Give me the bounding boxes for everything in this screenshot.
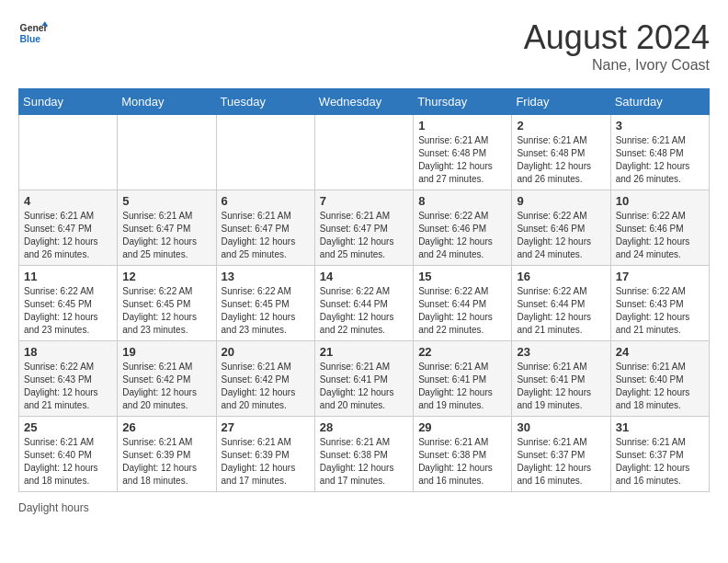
calendar-cell: 26Sunrise: 6:21 AM Sunset: 6:39 PM Dayli… [118,417,216,492]
calendar-cell: 19Sunrise: 6:21 AM Sunset: 6:42 PM Dayli… [118,341,216,417]
calendar-cell: 23Sunrise: 6:21 AM Sunset: 6:41 PM Dayli… [512,341,610,417]
calendar-cell: 20Sunrise: 6:21 AM Sunset: 6:42 PM Dayli… [216,341,314,417]
calendar-cell: 18Sunrise: 6:22 AM Sunset: 6:43 PM Dayli… [19,341,118,417]
calendar-cell: 21Sunrise: 6:21 AM Sunset: 6:41 PM Dayli… [314,341,413,417]
page-header: General Blue August 2024 Nane, Ivory Coa… [18,18,710,74]
day-number: 11 [24,270,112,283]
calendar-header-sunday: Sunday [19,89,118,115]
day-info: Sunrise: 6:21 AM Sunset: 6:39 PM Dayligh… [222,436,310,488]
day-number: 19 [122,345,210,359]
title-block: August 2024 Nane, Ivory Coast [524,18,710,74]
day-number: 12 [122,270,210,283]
day-info: Sunrise: 6:21 AM Sunset: 6:47 PM Dayligh… [24,210,112,261]
calendar-cell [314,115,413,190]
calendar-header-monday: Monday [118,89,216,115]
footer: Daylight hours [18,501,710,514]
calendar-header-wednesday: Wednesday [314,89,413,115]
day-number: 15 [418,270,506,283]
day-number: 8 [418,194,506,208]
day-number: 18 [24,345,112,359]
calendar-cell: 15Sunrise: 6:22 AM Sunset: 6:44 PM Dayli… [414,266,512,341]
day-info: Sunrise: 6:22 AM Sunset: 6:44 PM Dayligh… [418,285,506,337]
day-info: Sunrise: 6:22 AM Sunset: 6:43 PM Dayligh… [24,361,112,412]
day-number: 26 [122,420,210,434]
calendar-cell: 29Sunrise: 6:21 AM Sunset: 6:38 PM Dayli… [414,417,512,492]
day-number: 4 [24,194,112,208]
day-number: 20 [222,345,310,359]
main-title: August 2024 [524,18,710,57]
day-info: Sunrise: 6:21 AM Sunset: 6:42 PM Dayligh… [122,361,210,412]
calendar-cell: 2Sunrise: 6:21 AM Sunset: 6:48 PM Daylig… [512,115,610,190]
day-number: 14 [320,270,408,283]
day-info: Sunrise: 6:21 AM Sunset: 6:37 PM Dayligh… [616,436,704,488]
calendar-header-row: SundayMondayTuesdayWednesdayThursdayFrid… [19,89,710,115]
day-info: Sunrise: 6:21 AM Sunset: 6:41 PM Dayligh… [418,361,506,412]
day-number: 24 [616,345,704,359]
calendar-cell: 10Sunrise: 6:22 AM Sunset: 6:46 PM Dayli… [610,190,709,266]
day-info: Sunrise: 6:22 AM Sunset: 6:45 PM Dayligh… [24,285,112,337]
day-info: Sunrise: 6:21 AM Sunset: 6:47 PM Dayligh… [222,210,310,261]
calendar-week-row: 1Sunrise: 6:21 AM Sunset: 6:48 PM Daylig… [19,115,710,190]
day-number: 6 [222,194,310,208]
day-info: Sunrise: 6:21 AM Sunset: 6:42 PM Dayligh… [222,361,310,412]
calendar-cell: 4Sunrise: 6:21 AM Sunset: 6:47 PM Daylig… [19,190,118,266]
day-info: Sunrise: 6:22 AM Sunset: 6:45 PM Dayligh… [222,285,310,337]
calendar-week-row: 25Sunrise: 6:21 AM Sunset: 6:40 PM Dayli… [19,417,710,492]
day-number: 21 [320,345,408,359]
day-info: Sunrise: 6:21 AM Sunset: 6:47 PM Dayligh… [122,210,210,261]
day-number: 30 [517,420,605,434]
calendar-header-tuesday: Tuesday [216,89,314,115]
daylight-hours-label: Daylight hours [18,501,89,514]
day-number: 16 [517,270,605,283]
day-number: 28 [320,420,408,434]
day-info: Sunrise: 6:21 AM Sunset: 6:38 PM Dayligh… [320,436,408,488]
day-info: Sunrise: 6:21 AM Sunset: 6:48 PM Dayligh… [418,134,506,186]
calendar-header-thursday: Thursday [414,89,512,115]
day-info: Sunrise: 6:22 AM Sunset: 6:46 PM Dayligh… [517,210,605,261]
svg-text:Blue: Blue [20,34,41,44]
day-number: 10 [616,194,704,208]
day-info: Sunrise: 6:22 AM Sunset: 6:46 PM Dayligh… [616,210,704,261]
calendar-cell [216,115,314,190]
calendar-cell: 11Sunrise: 6:22 AM Sunset: 6:45 PM Dayli… [19,266,118,341]
calendar-cell: 17Sunrise: 6:22 AM Sunset: 6:43 PM Dayli… [610,266,709,341]
day-info: Sunrise: 6:22 AM Sunset: 6:43 PM Dayligh… [616,285,704,337]
day-number: 2 [517,119,605,132]
day-number: 9 [517,194,605,208]
day-info: Sunrise: 6:21 AM Sunset: 6:38 PM Dayligh… [418,436,506,488]
calendar-header-saturday: Saturday [610,89,709,115]
day-number: 17 [616,270,704,283]
calendar-cell: 30Sunrise: 6:21 AM Sunset: 6:37 PM Dayli… [512,417,610,492]
calendar-cell: 8Sunrise: 6:22 AM Sunset: 6:46 PM Daylig… [414,190,512,266]
day-number: 27 [222,420,310,434]
calendar-week-row: 18Sunrise: 6:22 AM Sunset: 6:43 PM Dayli… [19,341,710,417]
calendar-week-row: 4Sunrise: 6:21 AM Sunset: 6:47 PM Daylig… [19,190,710,266]
day-info: Sunrise: 6:21 AM Sunset: 6:40 PM Dayligh… [24,436,112,488]
calendar-cell [19,115,118,190]
calendar-week-row: 11Sunrise: 6:22 AM Sunset: 6:45 PM Dayli… [19,266,710,341]
day-number: 23 [517,345,605,359]
day-info: Sunrise: 6:21 AM Sunset: 6:48 PM Dayligh… [517,134,605,186]
logo-icon: General Blue [18,18,48,48]
calendar-cell: 27Sunrise: 6:21 AM Sunset: 6:39 PM Dayli… [216,417,314,492]
day-info: Sunrise: 6:22 AM Sunset: 6:44 PM Dayligh… [517,285,605,337]
calendar-table: SundayMondayTuesdayWednesdayThursdayFrid… [18,88,710,492]
calendar-cell: 6Sunrise: 6:21 AM Sunset: 6:47 PM Daylig… [216,190,314,266]
calendar-cell: 31Sunrise: 6:21 AM Sunset: 6:37 PM Dayli… [610,417,709,492]
calendar-cell: 28Sunrise: 6:21 AM Sunset: 6:38 PM Dayli… [314,417,413,492]
day-info: Sunrise: 6:22 AM Sunset: 6:46 PM Dayligh… [418,210,506,261]
day-info: Sunrise: 6:21 AM Sunset: 6:40 PM Dayligh… [616,361,704,412]
calendar-cell: 22Sunrise: 6:21 AM Sunset: 6:41 PM Dayli… [414,341,512,417]
calendar-cell: 12Sunrise: 6:22 AM Sunset: 6:45 PM Dayli… [118,266,216,341]
day-info: Sunrise: 6:21 AM Sunset: 6:47 PM Dayligh… [320,210,408,261]
calendar-cell: 14Sunrise: 6:22 AM Sunset: 6:44 PM Dayli… [314,266,413,341]
calendar-cell: 7Sunrise: 6:21 AM Sunset: 6:47 PM Daylig… [314,190,413,266]
day-info: Sunrise: 6:21 AM Sunset: 6:39 PM Dayligh… [122,436,210,488]
calendar-cell: 5Sunrise: 6:21 AM Sunset: 6:47 PM Daylig… [118,190,216,266]
day-number: 31 [616,420,704,434]
calendar-cell: 3Sunrise: 6:21 AM Sunset: 6:48 PM Daylig… [610,115,709,190]
calendar-header-friday: Friday [512,89,610,115]
day-number: 22 [418,345,506,359]
day-number: 3 [616,119,704,132]
calendar-cell: 16Sunrise: 6:22 AM Sunset: 6:44 PM Dayli… [512,266,610,341]
